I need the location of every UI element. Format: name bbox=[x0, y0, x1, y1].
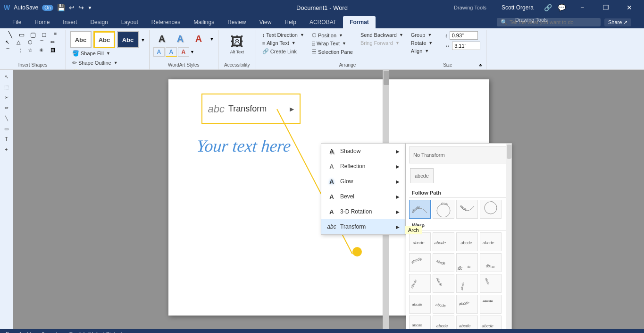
shape-hex-tool[interactable]: ⬡ bbox=[28, 39, 38, 46]
dropdown-reflection[interactable]: A Reflection ▶ bbox=[321, 159, 405, 174]
shape-fill-button[interactable]: 🪣 Shape Fill ▼ bbox=[70, 49, 113, 58]
wordart-style-3[interactable]: A bbox=[190, 31, 207, 46]
redo-icon[interactable]: ↪ bbox=[78, 4, 84, 11]
shape-misc3[interactable]: ☆ bbox=[28, 47, 38, 54]
shape-sq-tool[interactable]: □ bbox=[39, 31, 50, 38]
warp-13[interactable]: abcde bbox=[409, 295, 431, 314]
warp-16[interactable]: abcdeabcde bbox=[480, 295, 502, 314]
shape-tri-tool[interactable]: △ bbox=[17, 39, 27, 46]
width-input[interactable] bbox=[452, 42, 480, 50]
save-icon[interactable]: 💾 bbox=[57, 4, 65, 11]
crop-tool[interactable]: ✂ bbox=[1, 93, 12, 102]
warp-17[interactable]: abcde bbox=[409, 316, 431, 329]
shape-style-1[interactable]: Abc bbox=[70, 31, 92, 48]
shape-curve-tool[interactable]: ⌒ bbox=[39, 39, 50, 46]
autosave-toggle[interactable]: On bbox=[42, 5, 53, 11]
tab-format[interactable]: Format bbox=[343, 16, 376, 28]
submenu-scrollbar[interactable] bbox=[506, 144, 511, 329]
align-button[interactable]: Align ▼ bbox=[409, 47, 435, 55]
rotate-button[interactable]: Rotate ▼ bbox=[409, 39, 435, 47]
warp-8[interactable]: aBc de bbox=[480, 253, 502, 272]
create-link-button[interactable]: 🔗 Create Link bbox=[260, 47, 307, 55]
tab-mailings[interactable]: Mailings bbox=[187, 16, 221, 28]
text-tool[interactable]: T bbox=[1, 134, 12, 144]
tab-layout[interactable]: Layout bbox=[115, 16, 145, 28]
tab-file[interactable]: File bbox=[6, 16, 28, 28]
text-effects-button[interactable]: A bbox=[178, 47, 189, 57]
tab-help[interactable]: Help bbox=[278, 16, 303, 28]
shape-img-tool[interactable]: 🖼 bbox=[50, 47, 61, 54]
warp-10[interactable]: abcde bbox=[433, 274, 454, 293]
shape-more[interactable]: ≡ bbox=[50, 31, 61, 38]
cursor-tool[interactable]: ↖ bbox=[1, 72, 12, 81]
text-fill-button[interactable]: A bbox=[153, 47, 165, 57]
warp-12[interactable]: abcde bbox=[480, 274, 502, 293]
text-outline-button[interactable]: A bbox=[166, 47, 177, 57]
warp-11[interactable]: abcde bbox=[456, 274, 478, 293]
dropdown-glow[interactable]: A Glow ▶ bbox=[321, 174, 405, 189]
dropdown-shadow[interactable]: A Shadow ▶ bbox=[321, 144, 405, 159]
shape-round-tool[interactable]: ▢ bbox=[28, 31, 38, 38]
follow-path-1[interactable]: abcde bbox=[409, 200, 431, 219]
shape-misc1[interactable]: ⌒ bbox=[5, 47, 16, 54]
shape-style-2[interactable]: Abc bbox=[93, 31, 115, 48]
shape-line-tool[interactable]: ╲ bbox=[5, 31, 16, 38]
wrap-text-button[interactable]: ⌸ Wrap Text ▼ bbox=[309, 40, 355, 47]
warp-18[interactable]: abcde bbox=[433, 316, 454, 329]
line-tool[interactable]: ╲ bbox=[1, 113, 12, 123]
warp-19[interactable]: abcde bbox=[456, 316, 478, 329]
no-transform-preview[interactable]: abcde bbox=[410, 168, 434, 183]
shape-misc2[interactable]: 〈 bbox=[17, 47, 27, 54]
submenu-scroll-thumb[interactable] bbox=[507, 145, 511, 159]
selection-pane-button[interactable]: ☰ Selection Pane bbox=[309, 48, 355, 56]
warp-20[interactable]: abcde bbox=[480, 316, 502, 329]
warp-9[interactable]: abcde bbox=[409, 274, 431, 293]
tab-view[interactable]: View bbox=[253, 16, 278, 28]
warp-7[interactable]: aBc de bbox=[456, 253, 478, 272]
text-direction-button[interactable]: ↕ Text Direction ▼ bbox=[260, 31, 307, 39]
select-tool[interactable]: ⬚ bbox=[1, 82, 12, 92]
shape-tool[interactable]: ▭ bbox=[1, 124, 12, 133]
position-button[interactable]: ⬡ Position ▼ bbox=[309, 31, 355, 39]
follow-path-4[interactable]: abcdefghi bbox=[480, 200, 502, 219]
warp-5[interactable]: abcde bbox=[409, 253, 431, 272]
warp-2[interactable]: abcde bbox=[433, 232, 454, 251]
tab-design[interactable]: Design bbox=[84, 16, 114, 28]
wordart-expand[interactable]: ▼ bbox=[209, 36, 214, 42]
follow-path-2[interactable]: abcde bbox=[433, 200, 454, 219]
shape-misc4[interactable]: ✳ bbox=[39, 47, 50, 54]
tab-home[interactable]: Home bbox=[28, 16, 56, 28]
tab-review[interactable]: Review bbox=[221, 16, 252, 28]
zoom-in-tool[interactable]: + bbox=[1, 145, 12, 154]
group-button[interactable]: Group ▼ bbox=[409, 31, 435, 39]
alt-text-button[interactable]: 🖼 Alt Text bbox=[227, 31, 246, 57]
canvas-scroll-thumb[interactable] bbox=[384, 71, 389, 85]
dropdown-3d-rotation[interactable]: A 3-D Rotation ▶ bbox=[321, 204, 405, 219]
minimize-button[interactable]: − bbox=[571, 0, 593, 15]
shape-style-3[interactable]: Abc bbox=[117, 31, 139, 48]
draw-tool[interactable]: ✏ bbox=[1, 103, 12, 112]
wordart-style-2[interactable]: A bbox=[172, 31, 189, 46]
size-dialog[interactable]: ⬘ bbox=[479, 63, 482, 68]
follow-path-3[interactable]: abcde bbox=[456, 200, 478, 219]
wordart-style-1[interactable]: A bbox=[153, 31, 170, 46]
share-button[interactable]: Share ↗ bbox=[604, 18, 631, 26]
height-input[interactable] bbox=[450, 31, 478, 40]
wordart-text[interactable]: Your text here bbox=[196, 136, 292, 156]
restore-button[interactable]: ❐ bbox=[595, 0, 617, 15]
wordart-effects-caret[interactable]: ▼ bbox=[190, 50, 194, 54]
shape-draw-tool[interactable]: ✏ bbox=[50, 39, 61, 46]
warp-6[interactable]: abcde bbox=[433, 253, 454, 272]
shape-styles-expand[interactable]: ▼ bbox=[141, 37, 145, 43]
tab-references[interactable]: References bbox=[145, 16, 187, 28]
comments-icon[interactable]: 💬 bbox=[558, 4, 566, 11]
share-icon[interactable]: 🔗 bbox=[544, 4, 552, 11]
warp-15[interactable]: abcde bbox=[456, 295, 478, 314]
shape-rect-tool[interactable]: ▭ bbox=[17, 31, 27, 38]
dropdown-bevel[interactable]: A Bevel ▶ bbox=[321, 189, 405, 204]
shape-outline-button[interactable]: ✏ Shape Outline ▼ bbox=[70, 59, 120, 67]
bring-forward-button[interactable]: Bring Forward ▼ bbox=[358, 39, 406, 47]
quick-access-more[interactable]: ▼ bbox=[88, 5, 92, 10]
tab-acrobat[interactable]: ACROBAT bbox=[303, 16, 343, 28]
warp-1[interactable]: abcde bbox=[409, 232, 431, 251]
